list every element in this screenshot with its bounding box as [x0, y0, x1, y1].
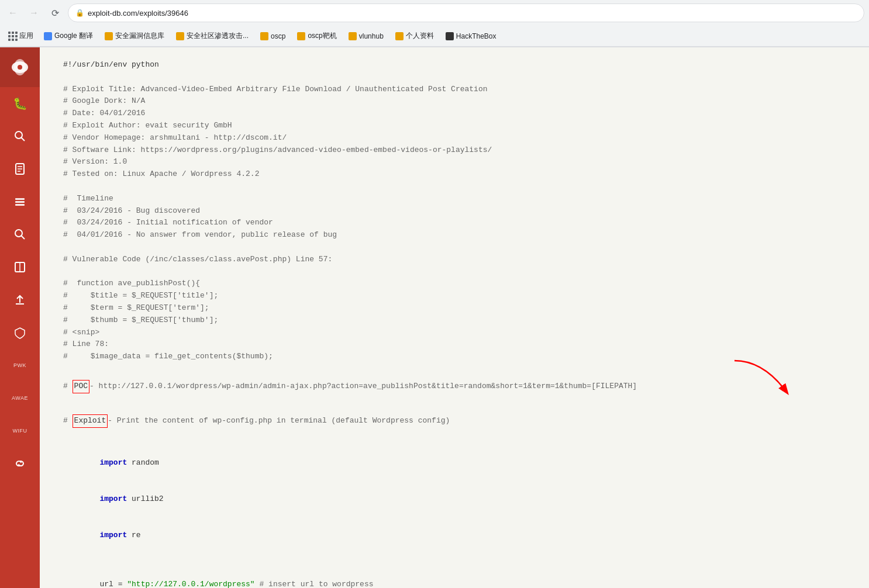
- bookmark-label: HackTheBox: [456, 32, 496, 40]
- sidebar-item-pwk[interactable]: [0, 316, 40, 349]
- apps-label: 应用: [19, 31, 33, 41]
- sidebar-item-pwk-label[interactable]: PWK: [0, 349, 40, 382]
- browser-toolbar: ← → ⟳ 🔒 exploit-db.com/exploits/39646: [0, 0, 869, 26]
- sidebar-item-search2[interactable]: [0, 218, 40, 251]
- red-arrow: [729, 358, 799, 409]
- book-icon: [13, 261, 26, 274]
- timeline1: # 03/24/2016 - Bug discovered: [63, 205, 846, 217]
- wifu-label: WIFU: [13, 428, 27, 434]
- sidebar-item-wifu-label[interactable]: WIFU: [0, 414, 40, 447]
- document-icon: [13, 162, 26, 175]
- magnify-icon: [13, 228, 26, 241]
- svg-rect-10: [15, 201, 25, 203]
- svg-rect-9: [15, 198, 25, 200]
- apps-button[interactable]: 应用: [5, 29, 37, 43]
- bookmark-translate[interactable]: Google 翻译: [39, 29, 98, 43]
- func2-line: # $title = $_REQUEST['title'];: [63, 290, 846, 302]
- bookmark-vlunhub[interactable]: vlunhub: [344, 30, 388, 42]
- bookmark-label: 安全漏洞信息库: [115, 31, 164, 41]
- address-bar[interactable]: 🔒 exploit-db.com/exploits/39646: [68, 4, 864, 22]
- import2-line: import urllib2: [63, 481, 846, 517]
- exploit-line: # Exploit- Print the content of wp-confi…: [63, 414, 846, 428]
- bookmark-label: 个人资料: [406, 31, 434, 41]
- sidebar: 🐛: [0, 47, 40, 588]
- svg-point-2: [18, 65, 22, 70]
- logo-icon: [9, 57, 30, 78]
- sidebar-item-stack[interactable]: [0, 185, 40, 218]
- sidebar-item-bugs[interactable]: 🐛: [0, 87, 40, 120]
- bookmark-oscp[interactable]: oscp: [256, 30, 290, 42]
- dork-line: # Google Dork: N/A: [63, 95, 846, 108]
- bookmark-label: vlunhub: [359, 32, 384, 40]
- vuln-code-line: # Vulnerable Code (/inc/classes/class.av…: [63, 254, 846, 266]
- title-line: # Exploit Title: Advanced-Video-Embed Ar…: [63, 84, 846, 96]
- bookmark-pentest[interactable]: 安全社区渗透攻击...: [171, 29, 253, 43]
- bookmark-profile[interactable]: 个人资料: [391, 29, 439, 43]
- bug-icon: 🐛: [13, 96, 27, 110]
- author-line: # Exploit Author: evait security GmbH: [63, 120, 846, 132]
- upload-icon: [13, 293, 26, 306]
- stack-icon: [13, 195, 26, 208]
- bookmark-label: Google 翻译: [54, 31, 93, 41]
- sidebar-item-awae-label[interactable]: AWAE: [0, 382, 40, 414]
- lock-icon: 🔒: [75, 9, 84, 17]
- grid-icon: [8, 32, 18, 41]
- browser-chrome: ← → ⟳ 🔒 exploit-db.com/exploits/39646 应用…: [0, 0, 869, 47]
- timeline-header: # Timeline: [63, 193, 846, 205]
- bookmark-vuln-db[interactable]: 安全漏洞信息库: [100, 29, 169, 43]
- bookmark-label: 安全社区渗透攻击...: [187, 31, 249, 41]
- sidebar-item-docs[interactable]: [0, 153, 40, 185]
- url-text: exploit-db.com/exploits/39646: [88, 9, 188, 18]
- code-block: #!/usr/bin/env python # Exploit Title: A…: [63, 59, 846, 588]
- line78-line: # Line 78:: [63, 338, 846, 351]
- sidebar-logo[interactable]: [0, 47, 40, 87]
- back-button[interactable]: ←: [5, 5, 21, 21]
- bookmarks-bar: 应用 Google 翻译 安全漏洞信息库 安全社区渗透攻击... oscp os…: [0, 26, 869, 47]
- awae-label: AWAE: [12, 395, 28, 401]
- exploit-highlight: Exploit: [73, 414, 108, 428]
- search-icon: [13, 130, 26, 143]
- bookmark-label: oscp: [271, 32, 285, 40]
- svg-rect-11: [15, 204, 25, 206]
- date-line: # Date: 04/01/2016: [63, 108, 846, 120]
- tested-line: # Tested on: Linux Apache / Wordpress 4.…: [63, 168, 846, 181]
- bookmark-htb[interactable]: HackTheBox: [441, 30, 501, 42]
- bookmark-oscp-target[interactable]: oscp靶机: [292, 29, 341, 43]
- sidebar-item-link[interactable]: [0, 447, 40, 480]
- url-line: url = "http://127.0.0.1/wordpress" # ins…: [63, 566, 846, 588]
- vendor-line: # Vendor Homepage: arshmultani - http://…: [63, 132, 846, 144]
- func4-line: # $thumb = $_REQUEST['thumb'];: [63, 314, 846, 327]
- reload-button[interactable]: ⟳: [47, 5, 63, 21]
- timeline3: # 04/01/2016 - No answer from vendor, pu…: [63, 229, 846, 241]
- func3-line: # $term = $_REQUEST['term'];: [63, 302, 846, 314]
- sidebar-item-upload[interactable]: [0, 283, 40, 316]
- content-area[interactable]: #!/usr/bin/env python # Exploit Title: A…: [40, 47, 869, 588]
- import1-line: import random: [63, 445, 846, 481]
- sidebar-item-search[interactable]: [0, 120, 40, 153]
- main-layout: 🐛: [0, 47, 869, 588]
- version-line: # Version: 1.0: [63, 156, 846, 168]
- pwk-label: PWK: [13, 362, 26, 368]
- shield-icon: [13, 326, 26, 339]
- snip-line: # <snip>: [63, 327, 846, 339]
- import3-line: import re: [63, 518, 846, 554]
- sidebar-item-book[interactable]: [0, 251, 40, 283]
- svg-line-4: [21, 137, 25, 141]
- timeline2: # 03/24/2016 - Initial notification of v…: [63, 217, 846, 229]
- bookmark-label: oscp靶机: [308, 31, 336, 41]
- software-line: # Software Link: https://wordpress.org/p…: [63, 144, 846, 157]
- shebang-line: #!/usr/bin/env python: [63, 59, 846, 71]
- poc-highlight: POC: [73, 380, 89, 393]
- func1-line: # function ave_publishPost(){: [63, 278, 846, 290]
- link-icon: [13, 457, 26, 470]
- forward-button[interactable]: →: [26, 5, 42, 21]
- svg-line-13: [21, 236, 25, 239]
